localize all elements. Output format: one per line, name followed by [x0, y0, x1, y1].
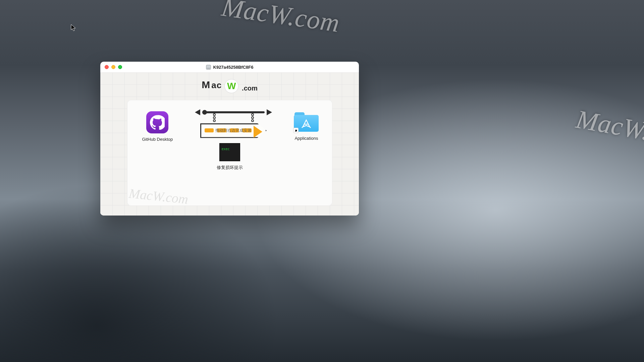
github-desktop-icon	[146, 111, 168, 133]
sign-rod	[202, 111, 265, 113]
file-repair-script-label: 修复损坏提示	[217, 165, 243, 171]
window-title: K927a45258BfC8F6	[100, 65, 359, 70]
alias-badge-icon	[293, 128, 299, 133]
brand-suffix: .com	[242, 84, 258, 92]
sign-text: 拖动到右边完成安装	[215, 128, 252, 133]
window-body[interactable]: M ac W .com MacW.com GitHub Desktop	[100, 72, 359, 216]
watermark-top: MacW.com	[220, 0, 341, 38]
file-applications-label: Applications	[294, 136, 318, 141]
desktop[interactable]: MacW.com MacW.com K927a45258BfC8F6 M	[0, 0, 644, 362]
github-mark-icon	[150, 115, 165, 130]
installer-window[interactable]: K927a45258BfC8F6 M ac W .com MacW.com	[100, 62, 359, 216]
svg-rect-1	[207, 68, 210, 69]
exec-icon: exec	[219, 143, 240, 161]
watermark-right: MacW.com	[574, 104, 644, 154]
applications-glyph-icon	[301, 118, 311, 128]
window-title-text: K927a45258BfC8F6	[213, 65, 254, 70]
drag-sign: 拖动到右边完成安装	[200, 111, 267, 138]
exec-badge: exec	[222, 147, 230, 151]
disk-icon	[206, 65, 211, 70]
file-repair-script[interactable]: exec 修复损坏提示	[217, 143, 243, 171]
install-panel: MacW.com GitHub Desktop	[127, 100, 332, 206]
applications-folder-icon	[294, 112, 319, 132]
brand-w-circle: W	[224, 79, 238, 93]
brand-logo: M ac W .com	[202, 79, 258, 93]
titlebar[interactable]: K927a45258BfC8F6	[100, 62, 359, 72]
brand-m: M	[202, 79, 210, 90]
brand-ac: ac	[211, 80, 222, 90]
file-applications[interactable]: Applications	[294, 112, 319, 141]
file-github-desktop-label: GitHub Desktop	[142, 137, 173, 142]
file-github-desktop[interactable]: GitHub Desktop	[142, 111, 173, 142]
watermark-panel: MacW.com	[128, 185, 189, 207]
cursor-icon	[71, 24, 76, 32]
sign-plank: 拖动到右边完成安装	[200, 123, 267, 138]
